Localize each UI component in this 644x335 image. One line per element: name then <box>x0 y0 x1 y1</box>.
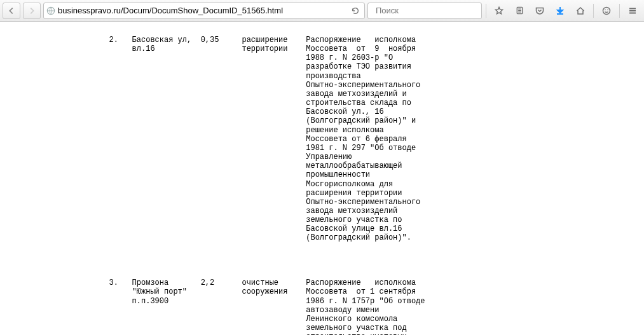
search-bar[interactable] <box>367 3 482 19</box>
url-bar[interactable] <box>43 3 365 19</box>
download-icon <box>555 6 565 16</box>
hamburger-icon <box>627 6 638 16</box>
smiley-icon <box>601 6 612 16</box>
browser-toolbar <box>0 0 644 22</box>
arrow-left-icon <box>7 6 16 15</box>
separator <box>486 4 486 18</box>
chat-button[interactable] <box>598 3 615 19</box>
url-input[interactable] <box>58 6 346 15</box>
search-input[interactable] <box>376 6 483 15</box>
home-icon <box>575 6 586 16</box>
reload-icon <box>351 6 360 15</box>
bookmark-button[interactable] <box>490 3 508 19</box>
forward-button <box>23 3 41 19</box>
separator <box>619 4 620 18</box>
globe-icon <box>46 6 55 15</box>
separator <box>593 4 594 18</box>
clipboard-icon <box>515 6 524 15</box>
page-content[interactable]: 2. Басовская ул, 0,35 расширение Распоря… <box>0 22 644 335</box>
svg-point-3 <box>603 7 610 14</box>
document-text: 2. Басовская ул, 0,35 расширение Распоря… <box>95 36 593 335</box>
reload-button[interactable] <box>349 3 362 19</box>
back-button[interactable] <box>3 3 20 19</box>
svg-point-5 <box>607 9 608 10</box>
arrow-right-icon <box>27 6 36 15</box>
pocket-button[interactable] <box>531 3 549 19</box>
svg-point-4 <box>605 9 606 10</box>
menu-button[interactable] <box>624 3 641 19</box>
star-icon <box>494 6 504 16</box>
downloads-button[interactable] <box>551 3 569 19</box>
pocket-icon <box>535 6 545 16</box>
home-button[interactable] <box>572 3 589 19</box>
reader-button[interactable] <box>510 3 528 19</box>
